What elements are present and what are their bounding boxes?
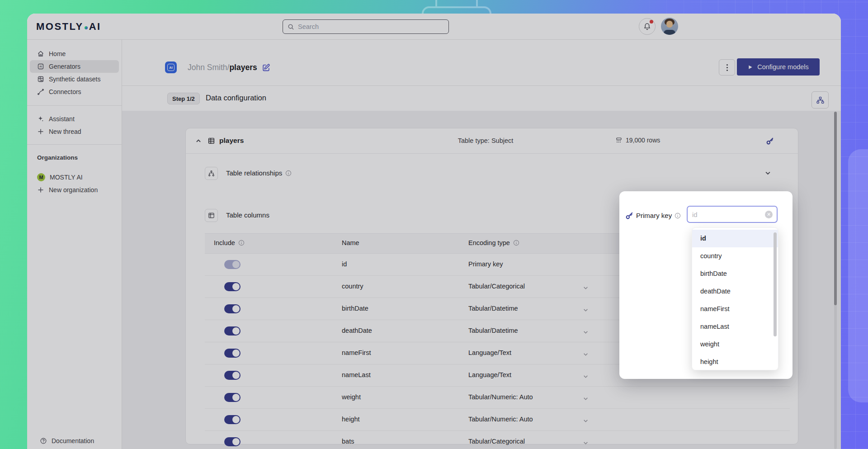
dropdown-scrollbar-thumb[interactable] [774,232,777,336]
column-name: nameLast [342,371,371,378]
info-icon[interactable] [513,240,519,246]
include-toggle[interactable] [224,371,241,380]
encoding-type-select[interactable]: Tabular/Numeric: Auto [468,387,599,409]
encoding-type-select[interactable]: Language/Text [468,364,599,387]
app-header: MOSTLYAI [27,14,841,40]
encoding-type-select[interactable]: Tabular/Categorical [468,431,599,449]
home-icon [37,50,44,57]
encoding-type-select[interactable]: Language/Text [468,342,599,364]
user-avatar[interactable] [661,18,678,35]
organizations-heading: Organizations [27,153,122,162]
sidebar-item-new-organization[interactable]: New organization [30,184,119,196]
row-count-label: 19,000 rows [626,137,660,144]
breadcrumb-generator-name: players [229,63,257,72]
option-nameFirst[interactable]: nameFirst [692,300,778,318]
chevron-down-icon [583,395,589,403]
chevron-down-icon [583,417,589,425]
relationships-section-icon [205,167,218,180]
include-toggle[interactable] [224,260,241,269]
notification-badge [650,20,653,24]
sidebar-item-assistant[interactable]: Assistant [30,113,119,125]
encoding-type-select[interactable]: Tabular/Datetime [468,298,599,320]
sidebar-divider [27,144,122,145]
edit-name-icon[interactable] [262,63,270,72]
include-toggle[interactable] [224,437,241,446]
page-scrollbar [834,112,837,449]
table-relationships-toggle[interactable]: Table relationships [226,169,292,177]
include-toggle[interactable] [224,304,241,313]
chevron-up-icon [195,138,202,144]
option-height[interactable]: height [692,353,778,370]
clear-input-icon[interactable]: ✕ [765,211,773,218]
chevron-down-icon [583,351,589,359]
include-toggle[interactable] [224,415,241,424]
sidebar: Home AI Generators Synthetic datasets Co… [27,40,122,449]
encoding-type-select[interactable]: Tabular/Categorical [468,276,599,298]
global-search[interactable] [283,19,449,34]
tree-icon [816,96,825,104]
play-icon [748,65,753,70]
more-actions-button[interactable] [719,59,735,76]
step-badge: Step 1/2 [167,93,200,104]
sidebar-item-connectors[interactable]: Connectors [30,85,119,98]
option-id[interactable]: id [692,230,778,247]
chevron-down-icon [583,440,589,448]
encoding-value: Primary key [468,260,503,268]
sidebar-item-home[interactable]: Home [30,47,119,60]
option-birthDate[interactable]: birthDate [692,265,778,283]
option-deathDate[interactable]: deathDate [692,283,778,300]
column-name: birthDate [342,305,368,312]
include-toggle[interactable] [224,393,241,402]
info-icon[interactable] [675,213,681,219]
organization-avatar: M [37,173,45,181]
plus-icon [37,186,44,194]
search-input[interactable] [298,23,444,30]
primary-key-popover: Primary key ✕ id country birthDate death… [619,191,793,379]
encoding-type-select[interactable]: Tabular/Numeric: Auto [468,409,599,431]
sidebar-item-documentation[interactable]: Documentation [33,435,116,447]
column-name: height [342,416,360,423]
table-type-label: Table type: Subject [431,137,540,144]
option-weight[interactable]: weight [692,336,778,353]
model-tree-view-button[interactable] [811,91,829,109]
chevron-down-icon [583,373,589,381]
mostly-ai-logo[interactable]: MOSTLYAI [36,21,101,33]
relationships-expand-button[interactable] [764,170,771,178]
column-name: bats [342,438,354,445]
sidebar-item-organization-mostly-ai[interactable]: M MOSTLY AI [30,171,119,184]
include-toggle[interactable] [224,326,241,336]
encoding-type-select[interactable]: Tabular/Datetime [468,320,599,342]
breadcrumb-owner: John Smith/ [188,63,229,72]
sidebar-item-synthetic-datasets[interactable]: Synthetic datasets [30,73,119,85]
primary-key-input[interactable] [688,207,777,222]
background-blob [848,149,868,402]
sidebar-item-new-thread[interactable]: New thread [30,125,119,138]
info-icon[interactable] [238,240,245,246]
table-columns-icon [208,212,215,219]
column-name: deathDate [342,327,372,334]
table-title: players [219,137,244,145]
column-name: id [342,260,347,268]
option-nameLast[interactable]: nameLast [692,318,778,336]
step-row: Step 1/2 Data configuration [122,86,841,111]
plus-icon [37,128,44,135]
include-toggle[interactable] [224,282,241,291]
svg-text:AI: AI [39,65,42,68]
notifications-button[interactable] [639,18,656,35]
generator-app-icon: AI [165,61,177,73]
dataset-table-icon [37,76,44,83]
key-icon [625,211,634,222]
option-country[interactable]: country [692,247,778,265]
sidebar-item-generators[interactable]: AI Generators [30,60,119,73]
primary-key-combobox[interactable]: ✕ [687,206,778,223]
page-scrollbar-thumb[interactable] [834,112,837,305]
table-icon [208,137,215,145]
configure-models-button[interactable]: Configure models [737,58,820,76]
collapse-table-button[interactable] [193,136,204,147]
primary-key-button[interactable] [765,136,775,147]
columns-section-icon [205,209,218,222]
table-columns-heading: Table columns [226,211,269,219]
chevron-down-icon [583,307,589,315]
include-toggle[interactable] [224,349,241,358]
info-icon[interactable] [285,170,292,176]
